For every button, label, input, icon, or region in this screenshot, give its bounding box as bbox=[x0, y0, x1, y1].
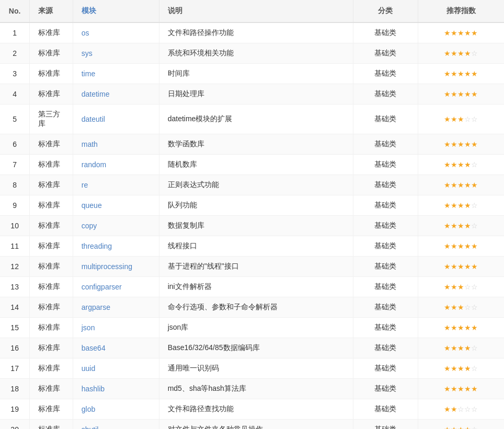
star-filled: ★ bbox=[444, 303, 451, 311]
cell-no: 19 bbox=[0, 399, 30, 420]
star-empty: ☆ bbox=[464, 303, 471, 311]
cell-rating: ★★★★★ bbox=[418, 379, 504, 399]
star-filled: ★ bbox=[464, 90, 471, 98]
star-filled: ★ bbox=[444, 29, 451, 37]
cell-desc: 正则表达式功能 bbox=[159, 175, 353, 195]
star-filled: ★ bbox=[451, 323, 457, 332]
cell-source: 标准库 bbox=[30, 420, 73, 430]
star-filled: ★ bbox=[457, 181, 464, 189]
star-filled: ★ bbox=[444, 283, 451, 291]
star-half: ★ bbox=[471, 323, 478, 332]
star-half: ★ bbox=[464, 344, 471, 352]
cell-desc: ini文件解析器 bbox=[159, 277, 353, 297]
table-row: 20 标准库 shutil 对文件与文件夹各种常见操作 基础类 ★★★★☆ bbox=[0, 420, 504, 430]
star-filled: ★ bbox=[464, 69, 471, 78]
cell-module: glob bbox=[73, 399, 159, 420]
star-filled: ★ bbox=[464, 262, 471, 271]
cell-module: os bbox=[73, 22, 159, 43]
star-empty: ☆ bbox=[457, 405, 464, 413]
cell-category: 基础类 bbox=[353, 358, 418, 379]
cell-desc: datetime模块的扩展 bbox=[159, 105, 353, 134]
cell-source: 标准库 bbox=[30, 236, 73, 257]
cell-category: 基础类 bbox=[353, 318, 418, 338]
star-filled: ★ bbox=[451, 385, 457, 393]
cell-module: math bbox=[73, 134, 159, 155]
star-filled: ★ bbox=[451, 49, 457, 57]
star-filled: ★ bbox=[457, 201, 464, 210]
table-row: 6 标准库 math 数学函数库 基础类 ★★★★★ bbox=[0, 134, 504, 155]
cell-rating: ★★★☆☆ bbox=[418, 297, 504, 318]
cell-no: 11 bbox=[0, 236, 30, 257]
cell-module: datetime bbox=[73, 84, 159, 105]
cell-source: 第三方库 bbox=[30, 105, 73, 134]
star-filled: ★ bbox=[451, 344, 457, 352]
star-filled: ★ bbox=[444, 425, 451, 429]
cell-category: 基础类 bbox=[353, 22, 418, 43]
star-empty: ☆ bbox=[464, 405, 471, 413]
cell-rating: ★★★★★ bbox=[418, 236, 504, 257]
cell-category: 基础类 bbox=[353, 338, 418, 358]
cell-rating: ★★★★☆ bbox=[418, 338, 504, 358]
cell-source: 标准库 bbox=[30, 134, 73, 155]
cell-no: 20 bbox=[0, 420, 30, 430]
cell-module: re bbox=[73, 175, 159, 195]
cell-rating: ★★★★★ bbox=[418, 257, 504, 277]
cell-desc: 基于进程的"线程"接口 bbox=[159, 257, 353, 277]
header-source: 来源 bbox=[30, 0, 73, 22]
table-row: 18 标准库 hashlib md5、sha等hash算法库 基础类 ★★★★★ bbox=[0, 379, 504, 399]
cell-desc: 文件和路径查找功能 bbox=[159, 399, 353, 420]
cell-module: base64 bbox=[73, 338, 159, 358]
star-filled: ★ bbox=[457, 242, 464, 250]
cell-category: 基础类 bbox=[353, 277, 418, 297]
star-half: ★ bbox=[464, 49, 471, 57]
star-filled: ★ bbox=[451, 222, 457, 230]
star-empty: ☆ bbox=[471, 222, 478, 230]
cell-no: 8 bbox=[0, 175, 30, 195]
table-row: 16 标准库 base64 Base16/32/64/85数据编码库 基础类 ★… bbox=[0, 338, 504, 358]
table-row: 11 标准库 threading 线程接口 基础类 ★★★★★ bbox=[0, 236, 504, 257]
cell-rating: ★★★☆☆ bbox=[418, 105, 504, 134]
cell-source: 标准库 bbox=[30, 318, 73, 338]
table-header-row: No. 来源 模块 说明 分类 推荐指数 bbox=[0, 0, 504, 22]
star-filled: ★ bbox=[444, 160, 451, 169]
star-filled: ★ bbox=[444, 405, 451, 413]
cell-source: 标准库 bbox=[30, 216, 73, 236]
star-half: ★ bbox=[464, 201, 471, 210]
star-filled: ★ bbox=[457, 90, 464, 98]
star-filled: ★ bbox=[471, 262, 478, 271]
cell-no: 12 bbox=[0, 257, 30, 277]
cell-module: time bbox=[73, 64, 159, 84]
cell-category: 基础类 bbox=[353, 43, 418, 64]
star-filled: ★ bbox=[457, 323, 464, 332]
star-filled: ★ bbox=[457, 222, 464, 230]
cell-module: hashlib bbox=[73, 379, 159, 399]
star-half: ★ bbox=[464, 160, 471, 169]
star-empty: ☆ bbox=[471, 115, 478, 123]
cell-module: threading bbox=[73, 236, 159, 257]
star-filled: ★ bbox=[464, 323, 471, 332]
star-filled: ★ bbox=[464, 385, 471, 393]
cell-category: 基础类 bbox=[353, 64, 418, 84]
cell-desc: 数学函数库 bbox=[159, 134, 353, 155]
cell-desc: 命令行选项、参数和子命令解析器 bbox=[159, 297, 353, 318]
star-filled: ★ bbox=[444, 222, 451, 230]
cell-no: 10 bbox=[0, 216, 30, 236]
cell-no: 1 bbox=[0, 22, 30, 43]
cell-rating: ★★★★☆ bbox=[418, 216, 504, 236]
table-row: 5 第三方库 dateutil datetime模块的扩展 基础类 ★★★☆☆ bbox=[0, 105, 504, 134]
star-empty: ☆ bbox=[471, 364, 478, 373]
star-filled: ★ bbox=[451, 90, 457, 98]
cell-category: 基础类 bbox=[353, 105, 418, 134]
cell-no: 13 bbox=[0, 277, 30, 297]
table-row: 17 标准库 uuid 通用唯一识别码 基础类 ★★★★☆ bbox=[0, 358, 504, 379]
star-filled: ★ bbox=[464, 242, 471, 250]
star-filled: ★ bbox=[457, 364, 464, 373]
table-row: 19 标准库 glob 文件和路径查找功能 基础类 ★★☆☆☆ bbox=[0, 399, 504, 420]
star-filled: ★ bbox=[451, 242, 457, 250]
star-filled: ★ bbox=[471, 90, 478, 98]
table-row: 10 标准库 copy 数据复制库 基础类 ★★★★☆ bbox=[0, 216, 504, 236]
cell-desc: 数据复制库 bbox=[159, 216, 353, 236]
cell-source: 标准库 bbox=[30, 175, 73, 195]
cell-source: 标准库 bbox=[30, 155, 73, 175]
cell-category: 基础类 bbox=[353, 420, 418, 430]
